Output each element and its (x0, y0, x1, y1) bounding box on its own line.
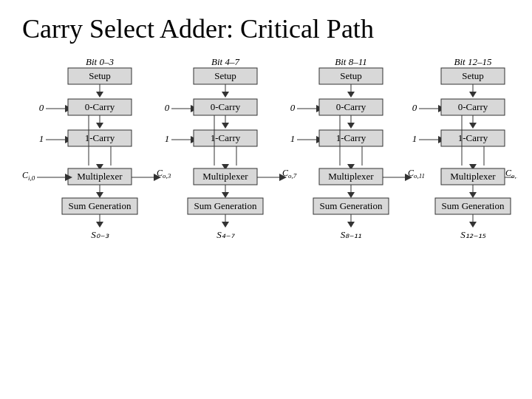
svg-text:Multiplexer: Multiplexer (328, 171, 374, 182)
svg-text:o,15: o,15 (511, 172, 517, 180)
svg-marker-114 (469, 123, 477, 129)
svg-marker-64 (222, 192, 229, 198)
svg-marker-4 (96, 92, 103, 98)
svg-marker-129 (469, 192, 477, 198)
svg-text:o,7: o,7 (288, 172, 297, 180)
svg-text:0: 0 (165, 102, 170, 113)
svg-text:Multiplexer: Multiplexer (450, 171, 496, 182)
svg-marker-35 (96, 222, 103, 228)
svg-text:Sum Generation: Sum Generation (69, 200, 132, 211)
svg-text:0-Carry: 0-Carry (85, 101, 115, 112)
page-title: Carry Select Adder: Critical Path (0, 0, 532, 52)
svg-text:Bit 4–7: Bit 4–7 (211, 56, 239, 67)
svg-text:1-Carry: 1-Carry (211, 132, 241, 143)
svg-text:1: 1 (290, 133, 296, 144)
svg-text:Sum Generation: Sum Generation (442, 200, 505, 211)
svg-text:S₁₂₋₁₅: S₁₂₋₁₅ (460, 229, 486, 240)
svg-text:S₈₋₁₁: S₈₋₁₁ (341, 229, 362, 240)
svg-text:1-Carry: 1-Carry (336, 132, 366, 143)
svg-text:i,0: i,0 (28, 174, 35, 182)
svg-text:1-Carry: 1-Carry (458, 132, 488, 143)
svg-text:1: 1 (165, 133, 170, 144)
svg-text:Bit 12–15: Bit 12–15 (454, 56, 492, 67)
svg-text:0-Carry: 0-Carry (458, 101, 488, 112)
svg-marker-133 (469, 222, 477, 228)
svg-text:0: 0 (39, 102, 44, 113)
svg-text:Bit 8–11: Bit 8–11 (335, 56, 366, 67)
svg-text:0: 0 (412, 102, 417, 113)
svg-text:Setup: Setup (340, 70, 362, 81)
svg-marker-68 (222, 222, 229, 228)
svg-text:1: 1 (412, 133, 417, 144)
svg-marker-31 (96, 192, 103, 198)
svg-text:1-Carry: 1-Carry (85, 132, 115, 143)
svg-text:1: 1 (39, 133, 44, 144)
svg-text:o,3: o,3 (163, 172, 171, 180)
svg-marker-101 (347, 222, 355, 228)
svg-text:Multiplexer: Multiplexer (202, 171, 248, 182)
svg-marker-107 (469, 92, 477, 98)
svg-text:Setup: Setup (462, 70, 484, 81)
svg-text:0-Carry: 0-Carry (211, 101, 241, 112)
svg-text:Setup: Setup (214, 70, 236, 81)
svg-text:o,11: o,11 (414, 172, 425, 180)
svg-text:0-Carry: 0-Carry (336, 101, 366, 112)
svg-text:Sum Generation: Sum Generation (194, 200, 257, 211)
svg-marker-74 (347, 92, 355, 98)
svg-text:Bit 0–3: Bit 0–3 (86, 56, 114, 67)
svg-text:S₀₋₃: S₀₋₃ (91, 229, 109, 240)
svg-text:S₄₋₇: S₄₋₇ (216, 229, 235, 240)
svg-text:Multiplexer: Multiplexer (77, 171, 123, 182)
svg-text:0: 0 (290, 102, 296, 113)
svg-marker-97 (347, 192, 355, 198)
svg-marker-41 (222, 92, 229, 98)
carry-select-adder-diagram: Bit 0–3 Setup 0 0-Carry 1 1-Carry Multip… (15, 52, 517, 362)
svg-marker-81 (347, 123, 355, 129)
svg-marker-11 (96, 123, 103, 129)
svg-text:Setup: Setup (89, 70, 111, 81)
svg-text:Sum Generation: Sum Generation (320, 200, 383, 211)
svg-marker-48 (222, 123, 229, 129)
